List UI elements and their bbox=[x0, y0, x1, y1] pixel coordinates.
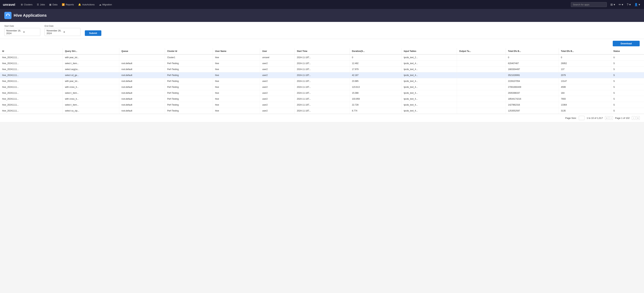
table-cell: select avg(ss... bbox=[63, 66, 119, 72]
filters-bar: Start Date November 18, 2024 ✕ End Date … bbox=[0, 22, 644, 39]
table-cell: Perf-Testing bbox=[165, 72, 213, 78]
table-cell: hive bbox=[213, 60, 260, 66]
table-cell: select i_item... bbox=[63, 60, 119, 66]
table-cell: 4599 bbox=[559, 84, 611, 90]
table-cell: tpcds_text_4... bbox=[402, 78, 457, 84]
pagination-range: 1 to 10 of 1,017 bbox=[587, 117, 603, 119]
last-page-button[interactable]: » bbox=[636, 116, 640, 120]
nav-autoactions[interactable]: 🔔 AutoActions bbox=[76, 2, 96, 7]
table-cell: 2228107054 bbox=[506, 78, 559, 84]
table-row[interactable]: hive_20241111...with year_tot...root.def… bbox=[0, 78, 644, 84]
table-cell: S bbox=[611, 66, 644, 72]
nav-migration-label: Migration bbox=[102, 3, 112, 6]
table-cell: S bbox=[611, 108, 644, 114]
table-cell: U bbox=[611, 54, 644, 60]
tools-button[interactable]: ✏ ▾ bbox=[618, 2, 624, 7]
table-body: hive_20241111...with year_tot...Cluster1… bbox=[0, 54, 644, 114]
table-cell: hive_20241111... bbox=[0, 60, 63, 66]
table-cell: Perf-Testing bbox=[165, 66, 213, 72]
nav-autoactions-label: AutoActions bbox=[82, 3, 94, 6]
table-cell: tpcds_text_4... bbox=[402, 84, 457, 90]
table-cell: hive_20241111... bbox=[0, 72, 63, 78]
nav-migration[interactable]: ☁ Migration bbox=[97, 2, 114, 7]
end-date-value: November 28, 2024 bbox=[46, 29, 62, 35]
table-row[interactable]: hive_20241111...with cross_it...root.def… bbox=[0, 96, 644, 102]
table-cell: user2 bbox=[260, 84, 295, 90]
table-row[interactable]: hive_20241111...select avg(ss...root.def… bbox=[0, 66, 644, 72]
nav-jobs[interactable]: ☰ Jobs bbox=[35, 2, 47, 7]
pagination-bar: Page Size: 1 to 10 of 1,017 « ‹ Page 1 o… bbox=[0, 114, 644, 122]
end-date-input[interactable]: November 28, 2024 ✕ bbox=[44, 28, 80, 36]
autoactions-icon: 🔔 bbox=[78, 3, 81, 6]
table-row[interactable]: hive_20241111...select ca_zip...root.def… bbox=[0, 108, 644, 114]
nav-reports[interactable]: 📶 Reports bbox=[60, 2, 76, 7]
table-cell: root.default bbox=[119, 102, 165, 108]
table-cell: Cluster1 bbox=[165, 54, 213, 60]
user-button[interactable]: 👤 ▾ bbox=[633, 2, 641, 7]
reports-icon: 📶 bbox=[62, 3, 65, 6]
download-button[interactable]: Download bbox=[613, 41, 640, 46]
prev-page-button[interactable]: ‹ bbox=[609, 116, 613, 120]
table-cell: 26952 bbox=[559, 60, 611, 66]
table-cell: 2024-11-18T... bbox=[295, 96, 350, 102]
col-dfs1: Total Dfs B... bbox=[506, 48, 559, 54]
table-cell: 2024-11-18T... bbox=[295, 66, 350, 72]
next-page-button[interactable]: › bbox=[632, 116, 636, 120]
table-cell: user2 bbox=[260, 66, 295, 72]
table-cell: 2024-11-18T... bbox=[295, 102, 350, 108]
page-size-label: Page Size: bbox=[565, 117, 576, 119]
start-date-label: Start Date bbox=[4, 25, 40, 27]
search-input[interactable] bbox=[571, 2, 607, 7]
download-bar: Download bbox=[0, 39, 644, 48]
end-date-clear-icon[interactable]: ✕ bbox=[63, 31, 78, 33]
table-cell: user2 bbox=[260, 72, 295, 78]
submit-button[interactable]: Submit bbox=[85, 30, 101, 36]
table-row[interactable]: hive_20241111...select i_item...root.def… bbox=[0, 90, 644, 96]
table-cell: hive_20241111... bbox=[0, 90, 63, 96]
table-cell: user2 bbox=[260, 78, 295, 84]
table-cell: 2024-11-18T... bbox=[295, 90, 350, 96]
page-header-icon bbox=[4, 12, 12, 19]
table-row[interactable]: hive_20241111...with year_tot...Cluster1… bbox=[0, 54, 644, 60]
applications-table: Id Query Stri... Queue Cluster Id User N… bbox=[0, 48, 644, 114]
table-cell: user2 bbox=[260, 102, 295, 108]
table-cell: tpcds_text_4... bbox=[402, 96, 457, 102]
col-id: Id bbox=[0, 48, 63, 54]
navbar: unravel ⊞ Clusters ☰ Jobs ▦ Data 📶 Repor… bbox=[0, 0, 644, 9]
table-row[interactable]: hive_20241111...with cross_it...root.def… bbox=[0, 84, 644, 90]
page-title: Hive Applications bbox=[14, 13, 47, 18]
table-row[interactable]: hive_20241111...select cd_ge...root.defa… bbox=[0, 72, 644, 78]
table-cell: 18544174216 bbox=[506, 96, 559, 102]
table-cell: S bbox=[611, 78, 644, 84]
table-cell: tpcds_text_2... bbox=[402, 54, 457, 60]
table-row[interactable]: hive_20241111...select i_item...root.def… bbox=[0, 102, 644, 108]
nav-reports-label: Reports bbox=[66, 3, 74, 6]
table-row[interactable]: hive_20241111...select i_item...root.def… bbox=[0, 60, 644, 66]
first-page-button[interactable]: « bbox=[605, 116, 608, 120]
start-date-clear-icon[interactable]: ✕ bbox=[23, 31, 38, 33]
table-cell: 0 bbox=[350, 54, 402, 60]
pagination-nav: « ‹ bbox=[605, 116, 613, 120]
table-cell: Perf-Testing bbox=[165, 108, 213, 114]
table-cell: 42.187 bbox=[350, 72, 402, 78]
table-cell: tpcds_text_4... bbox=[402, 90, 457, 96]
start-date-input[interactable]: November 18, 2024 ✕ bbox=[4, 28, 40, 36]
table-cell bbox=[457, 78, 506, 84]
nav-clusters[interactable]: ⊞ Clusters bbox=[19, 2, 34, 7]
jobs-icon: ☰ bbox=[37, 3, 39, 6]
help-button[interactable]: ? ▾ bbox=[626, 2, 632, 7]
col-status: Status bbox=[611, 48, 644, 54]
table-cell: hive_20241111... bbox=[0, 108, 63, 114]
pagination-nav-next: › » bbox=[632, 116, 640, 120]
page-size-box[interactable] bbox=[579, 116, 584, 120]
nav-data[interactable]: ▦ Data bbox=[48, 2, 59, 7]
apps-grid-button[interactable]: ⊞ ▾ bbox=[609, 2, 616, 7]
svg-point-2 bbox=[9, 15, 10, 16]
table-cell: 1683304497 bbox=[506, 66, 559, 72]
table-cell: Perf-Testing bbox=[165, 96, 213, 102]
migration-icon: ☁ bbox=[99, 3, 101, 6]
logo[interactable]: unravel bbox=[3, 2, 16, 7]
table-cell: hive bbox=[213, 78, 260, 84]
table-cell bbox=[457, 108, 506, 114]
data-icon: ▦ bbox=[49, 3, 52, 6]
